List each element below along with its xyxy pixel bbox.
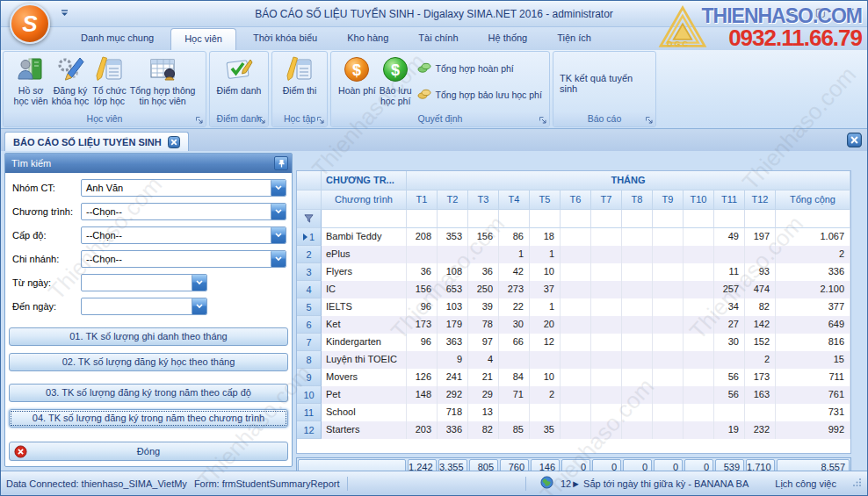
row-indicator[interactable]: 11 xyxy=(297,404,322,421)
cell-month-value[interactable]: 78 xyxy=(468,316,499,334)
report-button-4[interactable]: 04. TK số lượng đăng ký trong năm theo c… xyxy=(9,409,288,428)
cell-program-name[interactable]: ePlus xyxy=(322,246,407,263)
cell-month-value[interactable]: 86 xyxy=(499,228,530,246)
cell-month-value[interactable] xyxy=(684,281,714,298)
cell-month-value[interactable]: 36 xyxy=(407,263,438,281)
dropdown-arrow-icon[interactable] xyxy=(192,275,206,291)
cell-month-value[interactable]: 142 xyxy=(745,316,776,334)
ribbon-tab-kho-hang[interactable]: Kho hàng xyxy=(334,27,401,50)
filter-cell-tong-cong[interactable] xyxy=(776,210,850,228)
cell-month-value[interactable]: 1 xyxy=(530,246,561,263)
column-header-tong-cong[interactable]: Tổng cộng xyxy=(776,190,850,210)
ho-so-hoc-vien-button[interactable]: Hồ sơhọc viên xyxy=(12,54,50,106)
tong-hop-bao-luu-hoc-phi-button[interactable]: Tổng hợp bảo lưu học phí xyxy=(417,89,542,101)
cell-month-value[interactable] xyxy=(561,281,591,298)
cell-month-value[interactable]: 13 xyxy=(468,404,499,421)
column-header-t5[interactable]: T5 xyxy=(530,190,561,210)
status-notice[interactable]: 12► Sắp tới ngày thi giữa kỳ - BANANA BA xyxy=(561,478,749,489)
cell-month-value[interactable] xyxy=(653,334,684,351)
cell-month-value[interactable] xyxy=(714,351,745,369)
cell-program-name[interactable]: Bambi Teddy xyxy=(322,228,407,246)
cell-month-value[interactable]: 34 xyxy=(714,298,745,316)
cell-month-value[interactable] xyxy=(591,281,622,298)
cell-row-total[interactable]: 711 xyxy=(776,369,850,386)
cell-month-value[interactable]: 11 xyxy=(714,263,745,281)
cell-month-value[interactable] xyxy=(561,228,591,246)
cell-month-value[interactable] xyxy=(561,369,591,386)
cell-month-value[interactable] xyxy=(684,298,714,316)
cell-month-value[interactable] xyxy=(561,246,591,263)
cell-month-value[interactable] xyxy=(653,421,684,439)
cell-month-value[interactable]: 148 xyxy=(407,386,438,404)
cell-month-value[interactable] xyxy=(684,228,714,246)
cell-month-value[interactable]: 1 xyxy=(530,298,561,316)
column-header-t12[interactable]: T12 xyxy=(745,190,776,210)
cell-month-value[interactable]: 29 xyxy=(468,386,499,404)
cell-month-value[interactable]: 179 xyxy=(438,316,468,334)
cell-month-value[interactable]: 93 xyxy=(745,263,776,281)
cell-month-value[interactable] xyxy=(684,316,714,334)
cell-month-value[interactable] xyxy=(714,404,745,421)
cell-month-value[interactable]: 27 xyxy=(714,316,745,334)
cell-month-value[interactable]: 42 xyxy=(499,263,530,281)
column-header-t1[interactable]: T1 xyxy=(407,190,438,210)
cell-month-value[interactable] xyxy=(561,334,591,351)
cell-month-value[interactable]: 292 xyxy=(438,386,468,404)
cell-month-value[interactable]: 10 xyxy=(530,263,561,281)
cell-month-value[interactable] xyxy=(653,298,684,316)
cell-month-value[interactable] xyxy=(622,369,653,386)
ribbon-tab-tai-chinh[interactable]: Tài chính xyxy=(405,27,471,50)
column-header-t4[interactable]: T4 xyxy=(499,190,530,210)
cell-program-name[interactable]: Ket xyxy=(322,316,407,334)
close-button[interactable]: ✕ xyxy=(843,5,858,18)
cell-month-value[interactable] xyxy=(591,298,622,316)
cell-row-total[interactable]: 761 xyxy=(776,386,850,404)
filter-cell-t9[interactable] xyxy=(653,210,684,228)
cell-row-total[interactable]: 992 xyxy=(776,421,850,439)
filter-cell-t7[interactable] xyxy=(591,210,622,228)
cell-month-value[interactable] xyxy=(745,246,776,263)
cell-month-value[interactable] xyxy=(622,316,653,334)
cell-month-value[interactable] xyxy=(561,351,591,369)
diem-danh-button[interactable]: Điểm danh xyxy=(215,54,264,97)
filter-cell-t11[interactable] xyxy=(714,210,745,228)
diem-thi-button[interactable]: Điểm thi xyxy=(281,54,319,97)
cell-program-name[interactable]: Movers xyxy=(322,369,407,386)
column-header-t3[interactable]: T3 xyxy=(468,190,499,210)
cell-month-value[interactable]: 336 xyxy=(438,421,468,439)
dropdown-arrow-icon[interactable] xyxy=(271,204,286,219)
cell-month-value[interactable] xyxy=(561,404,591,421)
cell-month-value[interactable] xyxy=(561,421,591,439)
cell-month-value[interactable] xyxy=(499,351,530,369)
cell-month-value[interactable] xyxy=(622,404,653,421)
column-header-t6[interactable]: T6 xyxy=(561,190,591,210)
cell-month-value[interactable]: 66 xyxy=(499,334,530,351)
cell-row-total[interactable]: 377 xyxy=(776,298,850,316)
cell-program-name[interactable]: Kindergarten xyxy=(322,334,407,351)
status-schedule-link[interactable]: Lịch công việc xyxy=(775,478,836,489)
quick-access-arrow-icon[interactable] xyxy=(57,7,71,19)
tong-hop-thong-tin-hoc-vien-button[interactable]: Tổng hợp thôngtin học viên xyxy=(128,54,198,106)
document-area-close-icon[interactable] xyxy=(847,133,862,147)
cell-month-value[interactable] xyxy=(591,421,622,439)
cell-month-value[interactable]: 173 xyxy=(407,316,438,334)
cell-month-value[interactable] xyxy=(622,421,653,439)
row-indicator[interactable]: 6 xyxy=(297,316,322,334)
cell-month-value[interactable] xyxy=(561,298,591,316)
cell-month-value[interactable]: 39 xyxy=(468,298,499,316)
cell-month-value[interactable] xyxy=(591,351,622,369)
cell-month-value[interactable]: 474 xyxy=(745,281,776,298)
dropdown-arrow-icon[interactable] xyxy=(271,180,286,196)
cell-month-value[interactable] xyxy=(530,351,561,369)
row-indicator[interactable]: 4 xyxy=(297,281,322,298)
cell-month-value[interactable] xyxy=(684,421,714,439)
cell-month-value[interactable]: 20 xyxy=(530,316,561,334)
cell-month-value[interactable] xyxy=(684,404,714,421)
cell-month-value[interactable] xyxy=(561,263,591,281)
tu-ngay-select[interactable] xyxy=(81,274,207,291)
cell-month-value[interactable] xyxy=(407,351,438,369)
cell-month-value[interactable] xyxy=(622,334,653,351)
cell-row-total[interactable]: 2 xyxy=(776,246,850,263)
filter-cell-t1[interactable] xyxy=(407,210,438,228)
cell-month-value[interactable] xyxy=(407,404,438,421)
